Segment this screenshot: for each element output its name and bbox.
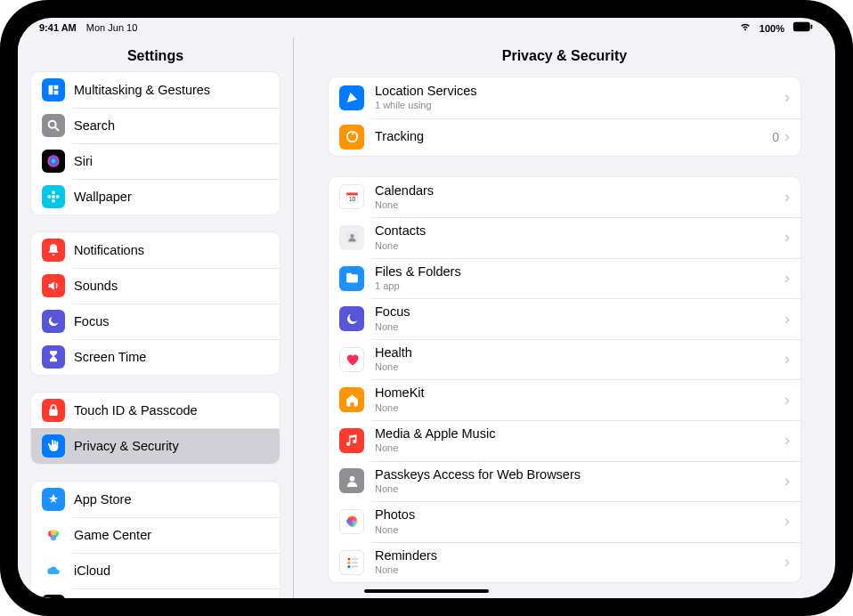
siri-icon: [42, 150, 65, 173]
sidebar-item-touchid[interactable]: Touch ID & Passcode: [31, 393, 280, 428]
settings-row-photos[interactable]: PhotosNone›: [329, 501, 800, 542]
row-texts: RemindersNone: [375, 548, 784, 577]
moon-icon: [339, 306, 364, 331]
settings-row-passkeys[interactable]: Passkeys Access for Web BrowsersNone›: [329, 461, 800, 502]
sidebar-item-appstore[interactable]: App Store: [31, 482, 280, 517]
chevron-right-icon: ›: [784, 431, 790, 450]
row-title: Calendars: [375, 183, 784, 199]
row-title: Tracking: [375, 129, 772, 144]
status-right: 100%: [734, 21, 814, 34]
row-title: Health: [375, 345, 784, 361]
settings-row-media[interactable]: Media & Apple MusicNone›: [329, 420, 800, 461]
svg-point-39: [347, 562, 350, 564]
chevron-right-icon: ›: [784, 269, 790, 288]
sidebar-item-label: Siri: [74, 154, 93, 168]
sidebar-item-label: Wallpaper: [74, 190, 132, 204]
contacts-icon: [339, 225, 364, 250]
svg-rect-0: [793, 22, 810, 31]
status-battery-text: 100%: [760, 23, 784, 34]
svg-rect-42: [351, 563, 357, 563]
row-subtitle: 1 while using: [375, 100, 784, 111]
sidebar-scroll[interactable]: Multitasking & GesturesSearchSiriWallpap…: [18, 71, 293, 598]
svg-point-17: [51, 530, 57, 536]
svg-point-29: [349, 476, 354, 482]
status-date: Mon Jun 10: [86, 22, 137, 33]
main-panel: Privacy & Security Location Services1 wh…: [294, 37, 835, 598]
chevron-right-icon: ›: [784, 472, 790, 490]
row-subtitle: None: [375, 564, 784, 576]
squares-icon: [42, 78, 65, 101]
main-scroll[interactable]: Location Services1 while using›Tracking0…: [294, 71, 835, 598]
row-texts: PhotosNone: [375, 507, 784, 536]
row-texts: ContactsNone: [375, 223, 784, 252]
svg-point-40: [347, 565, 350, 568]
svg-rect-4: [54, 91, 59, 95]
hand-icon: [42, 434, 65, 458]
svg-point-28: [350, 234, 353, 238]
screen: 9:41 AM Mon Jun 10 100% Settings Multita…: [18, 18, 835, 598]
chevron-right-icon: ›: [784, 127, 790, 146]
gamecenter-icon: [42, 523, 65, 547]
row-subtitle: None: [375, 240, 784, 252]
sidebar-item-multitasking[interactable]: Multitasking & Gestures: [31, 72, 280, 108]
sidebar-item-notifications[interactable]: Notifications: [31, 232, 280, 268]
chevron-right-icon: ›: [784, 188, 790, 207]
row-subtitle: None: [375, 199, 784, 211]
body: Settings Multitasking & GesturesSearchSi…: [18, 37, 835, 598]
sidebar-item-wallpaper[interactable]: Wallpaper: [31, 179, 280, 215]
svg-line-6: [55, 127, 59, 131]
hourglass-icon: [42, 345, 65, 369]
row-title: Media & Apple Music: [375, 426, 784, 442]
sidebar-item-label: Multitasking & Gestures: [74, 83, 210, 97]
sidebar-item-gamecenter[interactable]: Game Center: [31, 517, 280, 553]
settings-row-focus2[interactable]: FocusNone›: [329, 298, 800, 339]
sidebar-item-privacy[interactable]: Privacy & Security: [31, 428, 280, 464]
settings-row-health[interactable]: HealthNone›: [329, 339, 800, 380]
status-left: 9:41 AM Mon Jun 10: [39, 22, 144, 33]
settings-row-tracking[interactable]: Tracking0›: [329, 118, 800, 156]
sidebar-item-icloud[interactable]: iCloud: [31, 553, 280, 588]
settings-row-calendars[interactable]: 10CalendarsNone›: [329, 177, 800, 218]
sidebar-item-siri[interactable]: Siri: [31, 143, 280, 179]
settings-row-homekit[interactable]: HomeKitNone›: [329, 379, 800, 420]
sidebar-item-screentime[interactable]: Screen Time: [31, 339, 280, 375]
settings-row-contacts[interactable]: ContactsNone›: [329, 217, 800, 258]
row-texts: Location Services1 while using: [375, 84, 784, 112]
calendar-icon: 10: [339, 184, 364, 209]
magnify-icon: [42, 114, 65, 137]
settings-row-files[interactable]: Files & Folders1 app›: [329, 258, 800, 299]
sidebar-item-label: Notifications: [74, 243, 144, 257]
svg-point-10: [52, 199, 55, 203]
chevron-right-icon: ›: [784, 512, 790, 531]
sidebar-item-wallet[interactable]: Wallet: [31, 588, 280, 598]
row-title: Photos: [375, 507, 784, 523]
sidebar-item-focus[interactable]: Focus: [31, 304, 280, 339]
svg-rect-13: [49, 409, 57, 416]
row-title: Location Services: [375, 84, 784, 99]
svg-rect-2: [49, 85, 53, 95]
row-title: Focus: [375, 304, 784, 320]
main-title: Privacy & Security: [294, 37, 835, 71]
flower-icon: [42, 185, 65, 208]
sidebar-item-search[interactable]: Search: [31, 108, 280, 143]
sidebar: Settings Multitasking & GesturesSearchSi…: [18, 37, 294, 598]
row-title: HomeKit: [375, 385, 784, 401]
chevron-right-icon: ›: [784, 228, 790, 247]
settings-row-location[interactable]: Location Services1 while using›: [329, 77, 800, 118]
settings-row-reminders[interactable]: RemindersNone›: [329, 542, 800, 583]
svg-rect-43: [351, 566, 357, 567]
sidebar-item-sounds[interactable]: Sounds: [31, 268, 280, 304]
home-indicator[interactable]: [364, 589, 489, 593]
arrow-icon: [339, 85, 364, 110]
sidebar-item-label: Sounds: [74, 279, 118, 293]
sidebar-group: Multitasking & GesturesSearchSiriWallpap…: [30, 71, 280, 215]
person-icon: [339, 468, 364, 493]
bell-icon: [42, 239, 65, 262]
wallet-icon: [42, 595, 65, 598]
row-texts: FocusNone: [375, 304, 784, 333]
status-bar: 9:41 AM Mon Jun 10 100%: [18, 18, 835, 37]
row-texts: Media & Apple MusicNone: [375, 426, 784, 455]
svg-point-38: [347, 557, 350, 560]
svg-rect-1: [811, 24, 813, 28]
lock-icon: [42, 399, 65, 422]
